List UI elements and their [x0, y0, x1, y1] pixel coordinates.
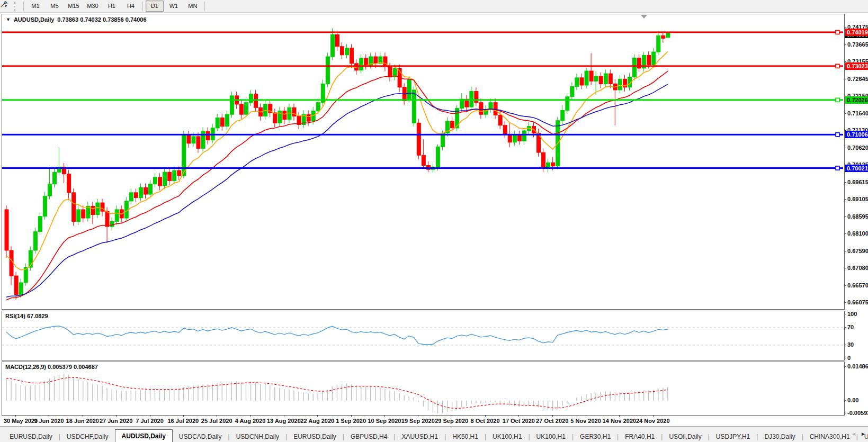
tab-usdcad-daily[interactable]: USDCAD,Daily: [173, 431, 228, 442]
axis-tick: [844, 217, 846, 217]
tab-uk100-h1[interactable]: UK100,H1: [530, 431, 572, 442]
main-chart-panel[interactable]: ▼ AUDUSD,Daily 0.73863 0.74032 0.73856 0…: [2, 14, 845, 310]
tab-usdjpy-h1[interactable]: USDJPY,H1: [710, 431, 756, 442]
tab-xauusd-h1[interactable]: XAUUSD,H1: [395, 431, 444, 442]
chart-title: ▼ AUDUSD,Daily 0.73863 0.74032 0.73856 0…: [6, 16, 147, 23]
price-tick-label: 0.69615: [847, 179, 868, 185]
hline-price-label-073023[interactable]: 0.73023: [845, 62, 868, 70]
date-axis: 30 May 20209 Jun 202018 Jun 202027 Jun 2…: [2, 417, 844, 426]
tab-eurusd-daily[interactable]: EURUSD,Daily: [3, 431, 59, 442]
date-tick-label: 5 Nov 2020: [570, 418, 601, 424]
tab-usdchf-daily[interactable]: USDCHF,Daily: [60, 431, 115, 442]
date-tick-mark: [619, 415, 620, 417]
date-tick-label: 4 Aug 2020: [235, 418, 266, 424]
date-tick-label: 7 Jul 2020: [136, 418, 164, 424]
rsi-label: RSI(14) 67.0829: [5, 313, 48, 319]
tab-ger30-h1[interactable]: GER30,H1: [574, 431, 617, 442]
date-tick-mark: [418, 415, 418, 417]
date-tick-label: 22 Aug 2020: [300, 418, 334, 424]
tab-fra40-h1[interactable]: FRA40,H1: [619, 431, 661, 442]
axis-tick: [844, 400, 846, 401]
price-axis: 0.741750.736650.731550.726450.721500.716…: [844, 0, 868, 442]
date-tick-mark: [284, 415, 284, 417]
timeframe-button-d1[interactable]: D1: [146, 1, 164, 12]
toolbar-drag-handle[interactable]: [14, 2, 18, 11]
timeframe-button-w1[interactable]: W1: [165, 1, 183, 12]
timeframe-button-m30[interactable]: M30: [84, 1, 102, 12]
date-tick-label: 25 Jul 2020: [201, 418, 232, 424]
tab-hk50-h1[interactable]: HK50,H1: [446, 431, 485, 442]
hline-price-label-071006[interactable]: 0.71006: [845, 131, 868, 138]
tab-usdcnh-daily[interactable]: USDCNH,Daily: [230, 431, 285, 442]
line-tools-button[interactable]: ▼: [1, 3, 10, 10]
axis-tick: [844, 79, 846, 79]
chart-tab-bar: EURUSD,Daily|USDCHF,DailyAUDUSD,DailyUSD…: [0, 426, 868, 442]
tab-scroll-right-icon[interactable]: ►: [861, 431, 866, 437]
date-tick-label: 9 Jun 2020: [34, 418, 64, 424]
macd-tick-label: 0.014861: [847, 363, 868, 369]
hline-price-label-074019[interactable]: 0.74019: [845, 29, 868, 36]
tab-scroll-left-icon[interactable]: ◄: [851, 431, 856, 437]
timeframe-button-m15[interactable]: M15: [65, 1, 83, 12]
timeframe-button-h1[interactable]: H1: [103, 1, 121, 12]
price-tick-label: 0.73665: [847, 41, 868, 48]
tab-eurusd-daily[interactable]: EURUSD,Daily: [287, 431, 343, 442]
axis-tick: [844, 285, 846, 286]
toolbar-separator: [204, 2, 205, 11]
date-tick-mark: [485, 415, 486, 417]
date-tick-label: 19 Sep 2020: [401, 418, 435, 424]
date-tick-label: 1 Sep 2020: [336, 418, 366, 424]
macd-label: MACD(12,26,9) 0.005379 0.004687: [5, 364, 98, 370]
axis-tick: [844, 27, 846, 28]
rsi-chart-canvas[interactable]: [2, 311, 843, 359]
date-tick-label: 27 Oct 2020: [536, 418, 568, 424]
date-tick-mark: [552, 415, 553, 417]
tab-uk100-h1[interactable]: UK100,H1: [486, 431, 528, 442]
date-tick-mark: [351, 415, 352, 417]
date-tick-label: 17 Oct 2020: [503, 418, 535, 424]
date-tick-label: 14 Nov 2020: [603, 418, 637, 424]
axis-tick: [844, 251, 846, 251]
price-tick-label: 0.67590: [847, 248, 868, 254]
date-tick-label: 27 Jun 2020: [100, 418, 132, 424]
candlestick-chart-canvas[interactable]: [2, 14, 843, 308]
title-caret-icon: ▼: [6, 17, 11, 22]
macd-chart-canvas[interactable]: [2, 362, 843, 414]
timeframe-toolbar: ▼ M1M5M15M30H1H4D1W1MN: [0, 0, 868, 13]
axis-tick: [844, 44, 846, 45]
macd-panel[interactable]: MACD(12,26,9) 0.005379 0.004687: [2, 362, 845, 416]
tab-dj30-daily[interactable]: DJ30,Daily: [758, 431, 801, 442]
tab-audusd-daily[interactable]: AUDUSD,Daily: [115, 429, 173, 442]
axis-tick: [844, 366, 846, 367]
toolbar-separator: [142, 2, 143, 11]
rsi-panel[interactable]: RSI(14) 67.0829: [2, 311, 845, 360]
tab-usoil-daily[interactable]: USOil,Daily: [663, 431, 708, 442]
date-tick-label: 10 Sep 2020: [368, 418, 401, 424]
timeframe-button-h4[interactable]: H4: [122, 1, 140, 12]
date-tick-label: 13 Aug 2020: [267, 418, 301, 424]
axis-tick: [844, 113, 846, 114]
timeframe-button-mn[interactable]: MN: [184, 1, 202, 12]
date-tick-mark: [116, 415, 117, 417]
price-tick-label: 0.68595: [847, 213, 868, 220]
date-tick-label: 18 Jun 2020: [66, 418, 99, 424]
timeframe-button-m5[interactable]: M5: [46, 1, 64, 12]
date-tick-label: 8 Oct 2020: [470, 418, 499, 424]
rsi-tick-label: 70: [847, 324, 854, 330]
date-tick-mark: [250, 415, 251, 417]
tab-china300-h1[interactable]: CHINA300,H1: [803, 431, 856, 442]
mt4-window: ▼ M1M5M15M30H1H4D1W1MN ▼ AUDUSD,Daily 0.…: [0, 0, 868, 442]
date-tick-mark: [586, 415, 586, 417]
timeframe-button-m1[interactable]: M1: [26, 1, 44, 12]
price-tick-label: 0.67080: [847, 265, 868, 271]
hline-price-label-070021[interactable]: 0.70021: [845, 165, 868, 172]
date-tick-label: 29 Sep 2020: [435, 418, 468, 424]
price-tick-label: 0.72645: [847, 76, 868, 82]
date-tick-mark: [518, 415, 519, 417]
pencil-line-icon: [0, 0, 8, 8]
date-tick-mark: [653, 415, 654, 417]
tab-gbpusd-h4[interactable]: GBPUSD,H4: [344, 431, 393, 442]
hline-price-label-072026[interactable]: 0.72026: [845, 96, 868, 104]
date-tick-label: 24 Nov 2020: [636, 418, 670, 424]
date-tick-mark: [150, 415, 150, 417]
